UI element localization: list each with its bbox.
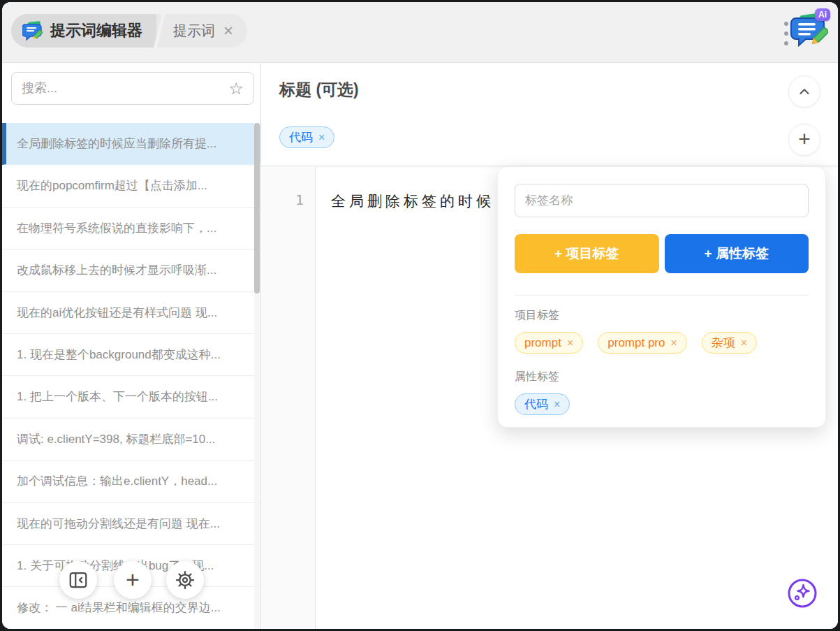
add-project-tag-button[interactable]: + 项目标签 xyxy=(515,234,659,273)
tag-label: prompt pro xyxy=(607,336,665,350)
remove-tag-icon[interactable]: × xyxy=(567,338,573,349)
list-item[interactable]: 现在的可拖动分割线还是有问题 现在... xyxy=(2,503,260,545)
ai-sparkle-icon xyxy=(786,577,818,609)
list-item[interactable]: 1. 现在是整个background都变成这种... xyxy=(2,334,260,376)
popup-button-row: + 项目标签 + 属性标签 xyxy=(515,234,809,273)
document-tab[interactable]: 提示词 × xyxy=(156,14,247,48)
remove-tag-icon[interactable]: × xyxy=(741,338,747,349)
favorite-star-icon[interactable]: ☆ xyxy=(228,79,244,99)
tag-label: 代码 xyxy=(289,129,313,145)
project-tag[interactable]: prompt pro × xyxy=(598,332,687,354)
page-title: 标题 (可选) xyxy=(279,79,359,101)
sidebar: ☆ 全局删除标签的时候应当删除所有提... 现在的popcomfirm超过【点击… xyxy=(2,64,261,629)
plus-icon: + xyxy=(126,567,140,591)
screen: 提示词编辑器 提示词 × Ai xyxy=(0,0,840,631)
settings-button[interactable] xyxy=(166,561,204,599)
project-tag-row: prompt × prompt pro × 杂项 × xyxy=(515,332,809,354)
gear-icon xyxy=(175,570,196,590)
tag-name-input[interactable] xyxy=(515,184,809,217)
attribute-tag[interactable]: 代码 × xyxy=(515,393,570,415)
collapse-title-button[interactable] xyxy=(788,75,820,108)
app-tab[interactable]: 提示词编辑器 xyxy=(11,14,156,48)
chevron-up-icon xyxy=(797,84,812,99)
more-options-icon[interactable] xyxy=(783,22,789,45)
tab-strip: 提示词编辑器 提示词 × xyxy=(11,14,247,48)
project-tag[interactable]: 杂项 × xyxy=(702,332,757,354)
list-item[interactable]: 在物理符号系统假说的直接影响下，... xyxy=(2,208,260,249)
line-number-gutter: 1 xyxy=(261,167,316,629)
plus-icon: + xyxy=(798,129,811,150)
line-number: 1 xyxy=(261,191,315,208)
app-logo-small-icon xyxy=(22,20,43,41)
remove-tag-icon[interactable]: × xyxy=(670,338,677,349)
title-section: 标题 (可选) 代码 × + xyxy=(261,64,838,166)
ai-badge: Ai xyxy=(815,8,830,21)
list-item[interactable]: 1. 把上一个版本、下一个版本的按钮... xyxy=(2,376,260,418)
header-bar: 提示词编辑器 提示词 × Ai xyxy=(2,2,838,63)
collapse-sidebar-button[interactable] xyxy=(59,561,97,599)
list-item[interactable]: 现在的ai优化按钮还是有样式问题 现... xyxy=(2,292,260,334)
document-tab-title: 提示词 xyxy=(173,22,215,41)
project-tags-label: 项目标签 xyxy=(515,308,809,323)
attribute-tag[interactable]: 代码 × xyxy=(279,126,334,148)
sidebar-scrollbar[interactable] xyxy=(254,123,260,629)
tag-label: 杂项 xyxy=(712,335,735,351)
attribute-tag-row: 代码 × xyxy=(515,393,809,415)
list-item[interactable]: 现在的popcomfirm超过【点击添加... xyxy=(2,165,260,207)
prompt-list: 全局删除标签的时候应当删除所有提... 现在的popcomfirm超过【点击添加… xyxy=(2,123,260,629)
popup-divider xyxy=(515,295,809,296)
list-item[interactable]: 加个调试信息：输出e.clientY，head... xyxy=(2,460,260,502)
list-item[interactable]: 改成鼠标移上去的时候才显示呼吸渐... xyxy=(2,249,260,291)
project-tag[interactable]: prompt × xyxy=(515,332,583,354)
search-box: ☆ xyxy=(11,72,254,105)
app-window: 提示词编辑器 提示词 × Ai xyxy=(2,2,838,629)
tag-manager-popup: + 项目标签 + 属性标签 项目标签 prompt × prompt pro ×… xyxy=(497,166,826,428)
app-tab-title: 提示词编辑器 xyxy=(50,20,142,41)
tab-close-icon[interactable]: × xyxy=(223,22,233,39)
add-prompt-button[interactable]: + xyxy=(114,561,152,599)
attribute-tags-label: 属性标签 xyxy=(515,370,809,384)
remove-tag-icon[interactable]: × xyxy=(554,399,560,410)
ai-optimize-button[interactable] xyxy=(786,577,818,609)
list-item[interactable]: 全局删除标签的时候应当删除所有提... xyxy=(2,123,260,165)
title-tag-row: 代码 × xyxy=(279,126,334,148)
search-input[interactable] xyxy=(22,81,228,96)
remove-tag-icon[interactable]: × xyxy=(318,132,325,143)
add-attribute-tag-button[interactable]: + 属性标签 xyxy=(665,234,809,273)
list-item[interactable]: 调试: e.clientY=398, 标题栏底部=10... xyxy=(2,419,260,460)
collapse-panel-icon xyxy=(68,570,89,590)
scrollbar-thumb[interactable] xyxy=(254,123,260,293)
app-logo-icon: Ai xyxy=(790,11,828,50)
tag-label: prompt xyxy=(524,336,561,350)
tag-label: 代码 xyxy=(524,396,548,412)
add-tag-button[interactable]: + xyxy=(788,124,820,156)
